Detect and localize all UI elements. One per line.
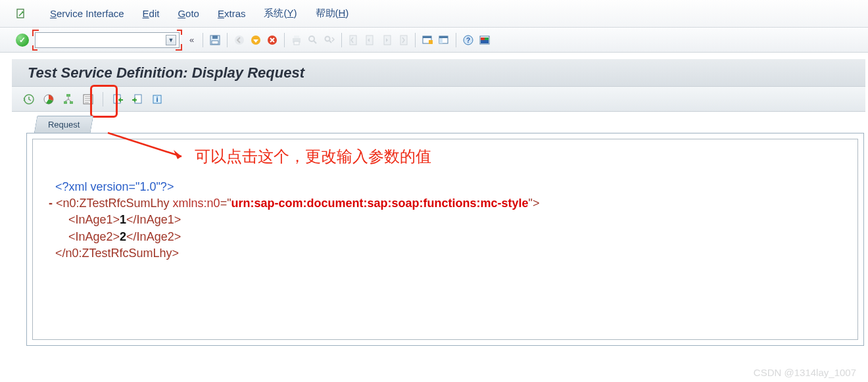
tree-icon[interactable]	[60, 91, 76, 107]
layout-icon[interactable]	[437, 33, 451, 47]
menu-goto[interactable]: Goto	[178, 8, 199, 19]
separator	[456, 33, 456, 47]
exit-icon[interactable]	[249, 33, 263, 47]
xml-line: - <n0:ZTestRfcSumLhy xmlns:n0="urn:sap-c…	[49, 195, 842, 212]
back-icon	[232, 33, 247, 47]
svg-rect-34	[70, 101, 73, 104]
separator	[415, 33, 416, 47]
find-next-icon	[322, 33, 337, 47]
collapse-icon[interactable]: «	[185, 35, 198, 45]
print-icon	[289, 33, 304, 47]
chevron-down-icon[interactable]: ▼	[166, 35, 176, 45]
help-icon[interactable]: ?	[461, 33, 475, 47]
save-icon[interactable]	[208, 33, 222, 47]
cancel-icon[interactable]	[265, 33, 279, 47]
svg-rect-23	[439, 38, 443, 43]
svg-rect-22	[439, 36, 448, 38]
svg-rect-9	[294, 41, 299, 45]
svg-point-12	[326, 36, 330, 41]
command-field[interactable]: ▼	[35, 32, 180, 48]
separator	[203, 33, 203, 47]
svg-rect-29	[481, 40, 489, 43]
xml-line: <?xml version="1.0"?>	[49, 179, 842, 195]
svg-rect-0	[17, 9, 24, 18]
xml-line: <InAge1>1</InAge1>	[49, 212, 842, 228]
ok-icon[interactable]: ✓	[16, 34, 29, 47]
menu-edit[interactable]: Edit	[143, 8, 160, 19]
svg-rect-17	[400, 36, 407, 45]
xml-line: </n0:ZTestRfcSumLhy>	[49, 245, 842, 262]
annotation-text: 可以点击这个，更改输入参数的值	[195, 146, 431, 167]
color-icon[interactable]	[477, 33, 492, 47]
tab-body: <?xml version="1.0"?> - <n0:ZTestRfcSumL…	[26, 133, 864, 346]
first-page-icon	[347, 33, 361, 47]
separator	[103, 92, 103, 107]
separator	[227, 33, 228, 47]
separator	[284, 33, 285, 47]
page-title-row: Test Service Definition: Display Request	[12, 59, 865, 87]
svg-text:?: ?	[466, 37, 470, 44]
xml-editor-icon[interactable]	[80, 91, 96, 107]
info-icon[interactable]: i	[149, 91, 165, 107]
svg-rect-32	[66, 94, 70, 97]
history-icon[interactable]	[21, 91, 37, 107]
tab-strip: Request	[26, 114, 864, 133]
svg-line-13	[329, 41, 331, 43]
tab-request[interactable]: Request	[34, 116, 94, 133]
svg-point-10	[309, 36, 314, 41]
svg-point-4	[235, 36, 244, 45]
menu-system[interactable]: 系统(Y)	[264, 7, 297, 20]
svg-rect-33	[64, 101, 67, 104]
main-toolbar: ✓ ▼ « ?	[0, 28, 868, 53]
xml-line: <InAge2>2</InAge2>	[49, 229, 842, 245]
menubar: Service Interface Edit Goto Extras 系统(Y)…	[0, 0, 868, 28]
page-title: Test Service Definition: Display Request	[28, 64, 304, 82]
svg-rect-2	[212, 36, 218, 39]
svg-rect-27	[481, 37, 485, 40]
svg-text:i: i	[156, 95, 158, 103]
document-icon	[16, 9, 26, 19]
svg-rect-20	[429, 40, 433, 44]
svg-rect-28	[485, 37, 489, 40]
new-session-icon[interactable]	[420, 33, 435, 47]
menu-service-interface[interactable]: Service Interface	[50, 8, 124, 19]
export-icon[interactable]	[130, 91, 145, 107]
tab-area: Request <?xml version="1.0"?> - <n0:ZTes…	[26, 114, 864, 346]
app-toolbar: i	[12, 87, 865, 112]
xml-view: <?xml version="1.0"?> - <n0:ZTestRfcSumL…	[32, 139, 858, 340]
import-icon[interactable]	[110, 91, 126, 107]
watermark: CSDN @1314lay_1007	[754, 367, 856, 378]
menu-extras[interactable]: Extras	[218, 8, 246, 19]
last-page-icon	[396, 33, 410, 47]
pie-icon[interactable]	[41, 91, 57, 107]
next-page-icon	[379, 33, 394, 47]
svg-rect-41	[135, 95, 141, 103]
svg-rect-19	[423, 36, 431, 38]
find-icon	[306, 33, 320, 47]
command-field-wrap: ▼	[35, 32, 180, 48]
menu-help[interactable]: 帮助(H)	[316, 7, 349, 20]
prev-page-icon	[363, 33, 377, 47]
svg-rect-3	[212, 41, 218, 44]
separator	[341, 33, 342, 47]
svg-line-11	[314, 41, 316, 43]
svg-rect-8	[294, 36, 299, 38]
